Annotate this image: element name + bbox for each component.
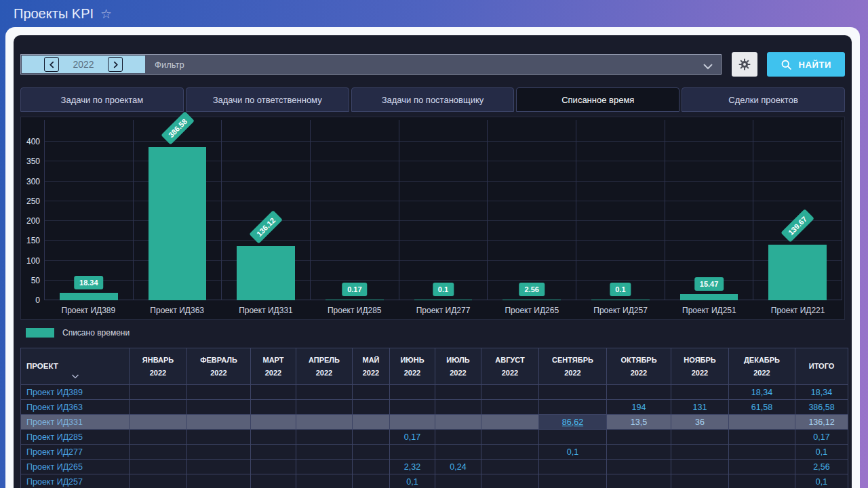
- project-link[interactable]: Проект ИД389: [21, 385, 130, 400]
- value-cell: [481, 460, 539, 474]
- cell-value: 194: [632, 403, 646, 412]
- cell-value: 2,32: [404, 462, 420, 472]
- tab-2[interactable]: Задачи по постановщику: [351, 87, 515, 112]
- bar-4[interactable]: [414, 300, 473, 300]
- settings-button[interactable]: [732, 52, 757, 77]
- month-name: МАРТ: [251, 354, 296, 367]
- table-row-4: Проект ИД2770,10,1: [21, 445, 848, 460]
- value-cell: [187, 385, 251, 400]
- cell-value: 61,58: [751, 403, 772, 412]
- project-link[interactable]: Проект ИД257: [21, 474, 130, 488]
- project-link[interactable]: Проект ИД331: [21, 415, 130, 430]
- page-header: Проекты KPI ☆: [0, 0, 868, 27]
- project-link[interactable]: Проект ИД285: [21, 430, 130, 445]
- value-cell: [729, 460, 795, 474]
- month-name: ИЮНЬ: [390, 354, 435, 367]
- chevron-down-icon[interactable]: [703, 60, 713, 73]
- value-cell: [435, 430, 481, 445]
- value-cell: [435, 474, 481, 488]
- value-cell: [729, 430, 795, 445]
- search-button[interactable]: НАЙТИ: [767, 52, 845, 77]
- value-cell: 0,1: [539, 445, 607, 460]
- filter-row: 2022 Фильтр: [20, 52, 845, 77]
- value-cell: [435, 385, 481, 400]
- value-cell: 131: [671, 400, 729, 415]
- bar-8[interactable]: [768, 245, 827, 300]
- value-cell: [481, 385, 539, 400]
- project-link[interactable]: Проект ИД265: [21, 460, 130, 474]
- project-link[interactable]: Проект ИД363: [21, 400, 130, 415]
- bar-5[interactable]: [502, 300, 561, 300]
- x-axis-label-8: Проект ИД221: [753, 304, 842, 317]
- value-cell: [187, 460, 251, 474]
- column-header-month-8: СЕНТЯБРЬ2022: [539, 348, 607, 385]
- y-axis-label: 350: [26, 157, 40, 165]
- value-cell: 194: [607, 400, 671, 415]
- cell-value: 0,1: [567, 447, 578, 457]
- month-name: ДЕКАБРЬ: [729, 354, 795, 367]
- month-year: 2022: [353, 367, 389, 380]
- y-axis-label: 250: [26, 197, 40, 205]
- value-cell: [130, 474, 187, 488]
- column-header-month-11: ДЕКАБРЬ2022: [729, 348, 795, 385]
- column-header-month-5: ИЮНЬ2022: [390, 348, 435, 385]
- month-name: МАЙ: [353, 354, 389, 367]
- tab-3[interactable]: Списанное время: [516, 87, 679, 112]
- value-cell: [296, 474, 353, 488]
- column-header-month-2: МАРТ2022: [251, 348, 296, 385]
- bar-3[interactable]: [326, 300, 384, 300]
- column-header-month-6: ИЮЛЬ2022: [435, 348, 481, 385]
- gear-icon: [738, 58, 751, 71]
- value-cell: [353, 430, 390, 445]
- tab-1[interactable]: Задачи по ответственному: [186, 87, 349, 112]
- chart-slot-6: 0.1: [576, 120, 665, 300]
- x-axis-label-4: Проект ИД277: [399, 304, 488, 317]
- year-next-button[interactable]: [108, 57, 123, 72]
- bar-6[interactable]: [591, 300, 650, 300]
- value-cell: [481, 430, 539, 445]
- favorite-star-icon[interactable]: ☆: [100, 6, 112, 22]
- chart-slot-1: 386.58: [134, 120, 222, 300]
- value-cell: [296, 460, 353, 474]
- year-navigator: 2022: [22, 56, 145, 73]
- value-cell: [481, 400, 539, 415]
- month-year: 2022: [435, 367, 481, 380]
- value-cell: 0,24: [435, 460, 481, 474]
- value-cell: [353, 400, 390, 415]
- value-cell: [130, 445, 187, 460]
- bar-1[interactable]: [149, 147, 207, 300]
- value-cell: [187, 430, 251, 445]
- value-cell: [353, 474, 390, 488]
- year-prev-button[interactable]: [44, 57, 59, 72]
- value-cell: [390, 445, 435, 460]
- cell-value[interactable]: 86,62: [562, 418, 583, 427]
- project-link[interactable]: Проект ИД277: [21, 445, 130, 460]
- value-cell: [481, 445, 539, 460]
- filter-field[interactable]: 2022 Фильтр: [20, 54, 722, 75]
- column-header-project[interactable]: ПРОЕКТ: [21, 348, 130, 385]
- month-year: 2022: [251, 367, 296, 380]
- tabs: Задачи по проектамЗадачи по ответственно…: [20, 87, 845, 112]
- table-head: ПРОЕКТЯНВАРЬ2022ФЕВРАЛЬ2022МАРТ2022АПРЕЛ…: [21, 348, 848, 385]
- tab-4[interactable]: Сделки проектов: [682, 87, 845, 112]
- value-cell: [130, 385, 187, 400]
- legend-label: Списано времени: [62, 328, 130, 338]
- value-cell: [251, 474, 296, 488]
- value-cell: [353, 445, 390, 460]
- total-cell: 2,56: [795, 460, 848, 474]
- year-value: 2022: [70, 59, 97, 70]
- y-axis-label: 0: [35, 296, 40, 304]
- tab-0[interactable]: Задачи по проектам: [20, 87, 184, 112]
- value-cell: [390, 400, 435, 415]
- value-cell[interactable]: 86,62: [539, 415, 607, 430]
- value-cell: [435, 400, 481, 415]
- bar-0[interactable]: [60, 293, 118, 300]
- bar-2[interactable]: [237, 246, 295, 300]
- table-row-3: Проект ИД2850,170,17: [21, 430, 848, 445]
- month-year: 2022: [481, 367, 538, 380]
- value-cell: [353, 460, 390, 474]
- bar-value-badge: 0.17: [342, 283, 367, 296]
- bar-7[interactable]: [680, 294, 738, 300]
- value-cell: [671, 445, 729, 460]
- value-cell: [296, 430, 353, 445]
